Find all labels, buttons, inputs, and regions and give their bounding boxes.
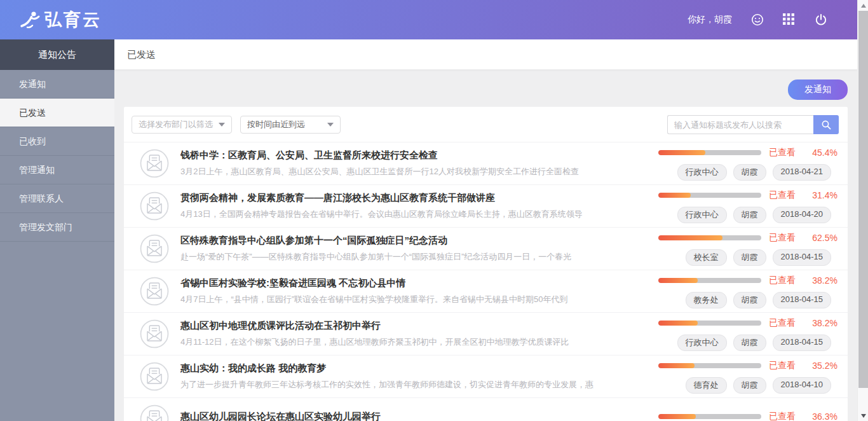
notice-desc: 3月2日上午，惠山区教育局、惠山区公安局、惠山区卫生监督所一行12人对我校新学期… — [180, 166, 646, 177]
notice-title[interactable]: 省锡中匡村实验学校:坚毅奋进匡园魂 不忘初心县中情 — [180, 277, 646, 289]
notice-desc: 4月11-12日，在这个柳絮飞扬的日子里，惠山区地理教师齐聚玉祁初中，开展全区初… — [180, 336, 646, 348]
sidebar-item-0[interactable]: 发通知 — [0, 70, 114, 99]
chevron-down-icon — [327, 123, 334, 127]
sidebar-item-3[interactable]: 管理通知 — [0, 156, 114, 184]
notice-desc: 4月7日上午，“县中情，匡园行”联谊会在省锡中匡村实验学校隆重举行。来自省锡中无… — [180, 294, 646, 305]
viewed-label: 已查看 — [769, 190, 796, 201]
notice-row[interactable]: 省锡中匡村实验学校:坚毅奋进匡园魂 不忘初心县中情 4月7日上午，“县中情，匡园… — [124, 270, 848, 312]
notice-title[interactable]: 惠山区幼儿园园长论坛在惠山区实验幼儿园举行 — [180, 411, 646, 421]
notice-desc: 为了进一步提升青年教师三年达标考核工作的实效性，加强青年教师师德建设，切实促进青… — [180, 379, 646, 390]
viewed-percent: 45.4% — [812, 148, 837, 158]
scrollbar-thumb[interactable] — [858, 11, 868, 388]
notice-title[interactable]: 贯彻两会精神，发展素质教育——唐江澎校长为惠山区教育系统干部做讲座 — [180, 192, 646, 204]
viewed-percent: 62.5% — [812, 233, 837, 243]
envelope-icon — [140, 404, 169, 421]
smiley-icon[interactable] — [751, 13, 764, 26]
notice-title[interactable]: 惠山区初中地理优质课评比活动在玉祁初中举行 — [180, 320, 646, 332]
sidebar-item-5[interactable]: 管理发文部门 — [0, 213, 114, 242]
notice-title[interactable]: 区特殊教育指导中心组队参加第十一个“国际孤独症日”纪念活动 — [180, 235, 646, 247]
date-tag: 2018-04-15 — [773, 292, 832, 308]
notice-row[interactable]: 区特殊教育指导中心组队参加第十一个“国际孤独症日”纪念活动 赴一场“爱的下午茶”… — [124, 227, 848, 270]
read-progress-bar — [658, 278, 761, 283]
logo-text: 弘育云 — [44, 8, 102, 31]
send-notice-button[interactable]: 发通知 — [788, 79, 848, 100]
user-greeting: 你好，胡霞 — [688, 14, 732, 25]
notice-desc: 4月13日，全国两会精神专题报告会在省锡中举行。会议由惠山区教育局徐立峰局长主持… — [180, 209, 646, 220]
viewed-percent: 38.2% — [812, 275, 837, 286]
time-sort-label: 按时间由近到远 — [247, 119, 305, 130]
date-tag: 2018-04-21 — [773, 164, 832, 181]
logo-runner-icon — [18, 10, 41, 30]
logo: 弘育云 — [18, 8, 102, 31]
logout-power-icon[interactable] — [815, 13, 827, 26]
read-progress-bar — [658, 414, 761, 419]
sidebar-item-2[interactable]: 已收到 — [0, 127, 114, 156]
read-progress-bar — [658, 150, 761, 155]
notice-row[interactable]: 钱桥中学：区教育局、公安局、卫生监督所来校进行安全检查 3月2日上午，惠山区教育… — [124, 142, 848, 184]
viewed-percent: 38.2% — [812, 318, 837, 328]
content: 发通知 选择发布部门以筛选 按时间由近到远 — [114, 70, 857, 421]
department-tag: 德育处 — [686, 377, 727, 394]
notice-row[interactable]: 惠山实幼：我的成长路 我的教育梦 为了进一步提升青年教师三年达标考核工作的实效性… — [124, 355, 848, 397]
notice-title[interactable]: 惠山实幼：我的成长路 我的教育梦 — [180, 362, 646, 375]
filter-row: 选择发布部门以筛选 按时间由近到远 — [124, 107, 848, 142]
app-header: 弘育云 你好，胡霞 — [0, 0, 868, 39]
read-progress-bar — [658, 235, 761, 240]
sender-tag: 胡霞 — [733, 292, 766, 308]
sidebar-item-1[interactable]: 已发送 — [0, 99, 114, 127]
viewed-label: 已查看 — [769, 275, 796, 286]
envelope-icon — [140, 234, 169, 263]
search-icon — [821, 120, 832, 130]
read-progress-bar — [658, 363, 761, 368]
viewed-label: 已查看 — [769, 360, 796, 371]
department-filter-select[interactable]: 选择发布部门以筛选 — [132, 116, 232, 134]
main-area: 已发送 发通知 选择发布部门以筛选 按时间由近到远 — [114, 39, 857, 421]
notice-desc: 赴一场“爱的下午茶”——区特殊教育指导中心组队参加第十一个“国际孤独症日”纪念活… — [180, 251, 646, 263]
notice-row[interactable]: 惠山区初中地理优质课评比活动在玉祁初中举行 4月11-12日，在这个柳絮飞扬的日… — [124, 312, 848, 355]
notice-row[interactable]: 贯彻两会精神，发展素质教育——唐江澎校长为惠山区教育系统干部做讲座 4月13日，… — [124, 184, 848, 227]
breadcrumb: 已发送 — [114, 39, 857, 70]
department-tag: 教务处 — [686, 292, 727, 308]
sidebar-nav: 发通知已发送已收到管理通知管理联系人管理发文部门 — [0, 70, 114, 242]
date-tag: 2018-04-15 — [773, 335, 832, 351]
search-button[interactable] — [813, 115, 839, 134]
notice-title[interactable]: 钱桥中学：区教育局、公安局、卫生监督所来校进行安全检查 — [180, 149, 646, 162]
read-progress-bar — [658, 321, 761, 326]
sender-tag: 胡霞 — [733, 335, 766, 351]
viewed-label: 已查看 — [769, 147, 796, 158]
viewed-label: 已查看 — [769, 411, 796, 421]
sender-tag: 胡霞 — [733, 249, 766, 266]
date-tag: 2018-04-20 — [773, 207, 832, 223]
envelope-icon — [140, 149, 169, 178]
scroll-up-arrow[interactable] — [858, 0, 868, 11]
department-tag: 校长室 — [686, 249, 727, 266]
envelope-icon — [140, 362, 169, 391]
department-tag: 行政中心 — [677, 207, 727, 223]
sender-tag: 胡霞 — [733, 207, 766, 223]
viewed-label: 已查看 — [769, 317, 796, 329]
viewed-percent: 31.4% — [812, 190, 837, 200]
chevron-down-icon — [219, 123, 225, 127]
viewed-label: 已查看 — [769, 232, 796, 244]
envelope-icon — [140, 277, 169, 306]
time-sort-select[interactable]: 按时间由近到远 — [240, 116, 341, 134]
department-tag: 行政中心 — [677, 164, 727, 181]
sidebar-title: 通知公告 — [0, 39, 114, 70]
envelope-icon — [140, 319, 169, 349]
date-tag: 2018-04-10 — [773, 377, 832, 394]
vertical-scrollbar[interactable] — [857, 0, 868, 421]
envelope-icon — [140, 191, 169, 221]
sidebar-item-4[interactable]: 管理联系人 — [0, 184, 114, 213]
search-group — [667, 115, 839, 134]
scroll-down-arrow[interactable] — [858, 410, 868, 421]
viewed-percent: 35.2% — [812, 361, 837, 371]
department-tag: 行政中心 — [677, 335, 727, 351]
search-input[interactable] — [667, 115, 813, 134]
sidebar: 通知公告 发通知已发送已收到管理通知管理联系人管理发文部门 — [0, 39, 114, 421]
read-progress-bar — [658, 193, 761, 198]
sender-tag: 胡霞 — [733, 377, 766, 394]
notice-row[interactable]: 惠山区幼儿园园长论坛在惠山区实验幼儿园举行 已查看 36.3% — [124, 397, 848, 421]
viewed-percent: 36.3% — [812, 411, 837, 421]
apps-grid-icon[interactable] — [783, 13, 796, 26]
send-row: 发通知 — [124, 79, 848, 100]
